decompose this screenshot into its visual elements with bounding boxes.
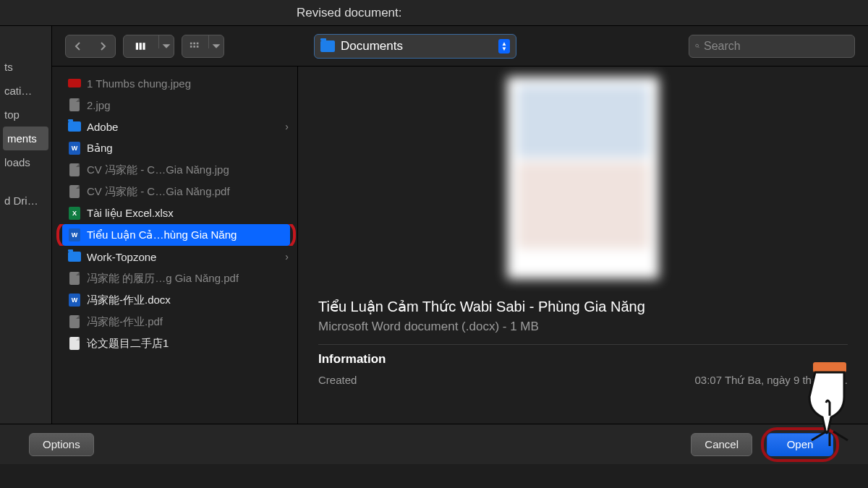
file-row: 2.jpg	[52, 94, 297, 116]
open-button-highlight: Open	[761, 427, 839, 462]
file-name: CV 冯家能 - C…Gia Năng.jpg	[87, 163, 229, 177]
view-dropdown[interactable]	[159, 35, 174, 57]
grid-icon	[190, 40, 201, 52]
file-row: 冯家能 的履历…g Gia Năng.pdf	[52, 267, 297, 289]
preview-subtitle: Microsoft Word document (.docx) - 1 MB	[318, 320, 848, 334]
svg-rect-5	[197, 42, 199, 44]
file-name: Adobe	[87, 121, 118, 133]
toolbar: Documents ▲▼	[52, 26, 868, 67]
info-heading: Information	[318, 352, 848, 367]
chevron-down-icon	[210, 40, 222, 52]
search-input[interactable]	[704, 40, 848, 53]
back-button[interactable]	[66, 35, 90, 57]
svg-rect-2	[142, 43, 145, 50]
word-icon	[68, 294, 81, 307]
content-area: Documents ▲▼ 1 Thumbs chung.jpeg2.jpgAdo…	[52, 26, 868, 424]
stepper-icon: ▲▼	[498, 39, 510, 53]
sidebar-item-documents[interactable]: ments	[3, 127, 48, 150]
svg-rect-1	[140, 43, 142, 50]
doc-icon	[68, 337, 81, 350]
file-name: Tài liệu Excel.xlsx	[87, 207, 174, 220]
svg-rect-8	[197, 46, 199, 48]
file-name: 论文题目二手店1	[87, 337, 169, 351]
file-row[interactable]: 冯家能-作业.docx	[52, 289, 297, 311]
file-row: 1 Thumbs chung.jpeg	[52, 72, 297, 94]
file-name: 1 Thumbs chung.jpeg	[87, 77, 191, 90]
group-switcher	[182, 35, 224, 58]
gray-icon	[68, 272, 81, 285]
title-bar-label: Revised document:	[297, 6, 402, 20]
preview-thumbnail	[318, 77, 848, 286]
info-created-label: Created	[318, 374, 357, 387]
location-selector[interactable]: Documents ▲▼	[314, 34, 516, 59]
folder-icon	[320, 40, 335, 52]
file-row[interactable]: Bảng	[52, 137, 297, 159]
column-view-button[interactable]	[124, 35, 158, 57]
nav-buttons	[65, 35, 116, 58]
options-button[interactable]: Options	[29, 433, 94, 456]
sidebar-item[interactable]: d Dri…	[0, 189, 51, 213]
file-name: Work-Topzone	[87, 251, 156, 263]
file-row: 冯家能-作业.pdf	[52, 311, 297, 333]
search-box[interactable]	[689, 35, 855, 58]
jpeg-icon	[68, 77, 81, 90]
file-row: CV 冯家能 - C…Gia Năng.pdf	[52, 181, 297, 202]
svg-rect-3	[190, 42, 192, 44]
file-row[interactable]: Tiểu Luận Cả…hùng Gia Năng	[52, 224, 297, 246]
file-row[interactable]: Adobe›	[52, 116, 297, 137]
excel-icon	[68, 207, 81, 220]
preview-title: Tiểu Luận Cảm Thức Wabi Sabi - Phùng Gia…	[318, 298, 848, 315]
file-row: CV 冯家能 - C…Gia Năng.jpg	[52, 159, 297, 181]
file-name: CV 冯家能 - C…Gia Năng.pdf	[87, 185, 230, 199]
preview-pane: Tiểu Luận Cảm Thức Wabi Sabi - Phùng Gia…	[298, 67, 868, 424]
file-name: Bảng	[87, 142, 113, 155]
title-bar: Revised document:	[0, 0, 868, 26]
file-name: 冯家能-作业.pdf	[87, 315, 163, 329]
file-row[interactable]: Tài liệu Excel.xlsx	[52, 202, 297, 224]
gray-icon	[68, 98, 81, 111]
file-name: 冯家能-作业.docx	[87, 294, 171, 307]
forward-button[interactable]	[90, 35, 115, 57]
group-button[interactable]	[182, 35, 208, 57]
file-list[interactable]: 1 Thumbs chung.jpeg2.jpgAdobe›BảngCV 冯家能…	[52, 67, 298, 424]
sidebar-item[interactable]: cati…	[0, 79, 51, 103]
chevron-right-icon: ›	[285, 121, 289, 132]
file-name: 2.jpg	[87, 99, 111, 111]
search-icon	[695, 40, 699, 51]
svg-rect-0	[136, 43, 138, 50]
word-icon	[68, 228, 81, 241]
bottom-bar: Options Cancel Open	[0, 424, 868, 464]
finder-sidebar: ts cati… top ments loads d Dri…	[0, 26, 52, 424]
info-row-created: Created 03:07 Thứ Ba, ngày 9 tháng 1...	[318, 374, 848, 387]
chevron-left-icon	[72, 40, 84, 52]
view-switcher	[123, 35, 174, 58]
chevron-right-icon: ›	[285, 251, 289, 262]
svg-rect-7	[193, 46, 195, 48]
svg-rect-4	[193, 42, 195, 44]
chevron-right-icon	[97, 40, 109, 52]
folder-icon	[68, 250, 81, 263]
gray-icon	[68, 315, 81, 328]
chevron-down-icon	[161, 40, 172, 52]
sidebar-item[interactable]: top	[0, 103, 51, 127]
location-label: Documents	[341, 39, 493, 53]
svg-point-9	[696, 44, 699, 47]
columns-icon	[135, 40, 147, 52]
info-created-value: 03:07 Thứ Ba, ngày 9 tháng 1...	[694, 374, 848, 387]
sidebar-item[interactable]: ts	[0, 55, 51, 79]
cancel-button[interactable]: Cancel	[691, 433, 752, 456]
gray-icon	[68, 185, 81, 198]
word-icon	[68, 142, 81, 155]
file-row[interactable]: 论文题目二手店1	[52, 333, 297, 354]
svg-rect-6	[190, 46, 192, 48]
group-dropdown[interactable]	[209, 35, 224, 57]
file-name: 冯家能 的履历…g Gia Năng.pdf	[87, 272, 239, 286]
file-name: Tiểu Luận Cả…hùng Gia Năng	[87, 228, 237, 241]
file-row[interactable]: Work-Topzone›	[52, 246, 297, 267]
folder-icon	[68, 120, 81, 133]
gray-icon	[68, 163, 81, 176]
open-button[interactable]: Open	[767, 433, 833, 456]
sidebar-item[interactable]: loads	[0, 150, 51, 174]
